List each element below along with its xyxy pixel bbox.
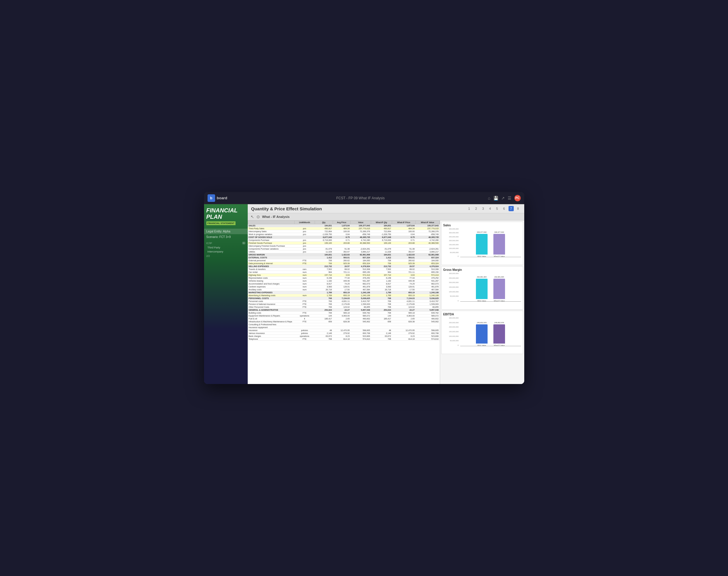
bar-group-1-1: 262,981,904What IF Value	[494, 276, 505, 302]
top-bar: b board FCST - FP 09 What IF Analysis ⌂ …	[204, 192, 524, 204]
page-header: Quantity & Price Effect Simulation 1 2 3…	[248, 204, 524, 213]
table-row: Consulting & Professional fees	[248, 323, 440, 326]
table-row: Finished Goods Purchasepcs199,100203.884…	[248, 242, 440, 244]
table-row: Insurancepolicies4812,470.95598,6054812,…	[248, 329, 440, 332]
table-row: GENERAL & ADMINISTRATIVE254,02422.275,65…	[248, 309, 440, 312]
table-row: External personnelFTE706260.62184,000706…	[248, 259, 440, 262]
table-row: Advertising & Marketing costsnum1,789693…	[248, 294, 440, 297]
page-num-6[interactable]: 6	[502, 206, 507, 211]
table-row: Highway feesnum157,7103.63572,413157,710…	[248, 274, 440, 277]
table-row: GROSS MARGIN184,8311,422.8362,981,908184…	[248, 253, 440, 256]
sidebar-count: 2/2	[204, 254, 248, 258]
chart-title-2: EBITDA	[443, 313, 521, 316]
table-row: Third-Party Salespcs490,917484.34237,770…	[248, 227, 440, 230]
sidebar-item-scenario[interactable]: Scenario: FCT 3+9	[204, 234, 248, 240]
col-header-uom: UoM/Month	[294, 221, 315, 224]
col-header-whatif-qty: What-IF Qty	[371, 221, 392, 224]
chart-bars-0: 309,377,632BDG Value309,377,632What IF V…	[460, 228, 521, 257]
sidebar-nav: Legal Entity: Alpha Scenario: FCT 3+9 IC…	[204, 229, 248, 258]
bar-group-2-0: 245,832,976BDG Value	[476, 322, 487, 346]
chart-bars-1: 262,981,904BDG Value262,981,904What IF V…	[460, 272, 521, 302]
sidebar-item-legal-entity[interactable]: Legal Entity: Alpha	[204, 229, 248, 234]
col-header-value: Value	[351, 221, 371, 224]
bar-group-1-0: 262,981,904BDG Value	[476, 276, 487, 302]
two-col-layout: UoM/Month Qty Avg Price Value What-IF Qt…	[248, 221, 524, 384]
table-row: Work in progress variationpcs-1,028,7500…	[248, 233, 440, 236]
bar-group-0-0: 309,377,632BDG Value	[476, 231, 487, 257]
chart-yaxis-1: 300,000,000250,000,000200,000,000150,000…	[443, 272, 459, 302]
table-row: Equipment Maintenance & Repairsoperation…	[248, 314, 440, 317]
user-avatar[interactable]: PC	[514, 195, 521, 201]
chart-yaxis-0: 350,000,000300,000,000250,000,000200,000…	[443, 228, 459, 257]
table-row: TelephoneFTE706814.18574,810706814.18574…	[248, 338, 440, 341]
charts-area: Sales350,000,000300,000,000250,000,00020…	[440, 221, 524, 384]
sidebar-item-third-party[interactable]: Third Party	[204, 246, 248, 250]
chart-yaxis-2: 300,000,000250,000,000200,000,000150,000…	[443, 317, 459, 346]
table-row: Car rentalnum964721.11695,150964721.1169…	[248, 271, 440, 274]
sidebar-label-scenario: Scenario: FCT 3+9	[206, 235, 231, 238]
table-row: Personnel costsFTE7064,831.113,410,76770…	[248, 300, 440, 303]
col-header-label	[248, 221, 294, 224]
chart-bars-2: 245,832,976BDG Value245,832,976What IF V…	[460, 317, 521, 346]
page-num-4[interactable]: 4	[487, 206, 493, 211]
table-row: EXTERNAL COSTS1,412593.01837,3241,412593…	[248, 256, 440, 259]
home-icon[interactable]: ⌂	[488, 196, 490, 200]
page-title: Quantity & Price Effect Simulation	[251, 206, 322, 211]
table-row: PERSONNEL COSTS7067,134.035,036,6257067,…	[248, 297, 440, 300]
table-row: Fuel & oillt185,4172.65490,602185,4172.6…	[248, 317, 440, 320]
share-icon[interactable]: ↗	[501, 196, 505, 200]
bar-0-0	[476, 234, 487, 255]
bar-group-2-1: 245,832,976What IF Value	[494, 322, 505, 346]
table-row: COST OF GOODS SOLD6,877,0496.7546,395,73…	[248, 236, 440, 239]
bar-1-0	[476, 279, 487, 299]
table-row: Insurance equipment	[248, 326, 440, 329]
save-icon[interactable]: 💾	[494, 196, 498, 200]
col-header-avgprice: Avg Price	[333, 221, 351, 224]
brand-subtitle: FINANCIAL STATEMENT	[206, 221, 236, 225]
chart-container-0: 350,000,000300,000,000250,000,000200,000…	[443, 228, 521, 263]
analysis-header: ↖ ⊙ What - IF Analysis	[248, 213, 524, 221]
settings-icon[interactable]: ⊙	[256, 214, 260, 219]
table-row: Various insurancepolicies2,146279.92600,…	[248, 332, 440, 335]
cursor-icon: ↖	[251, 214, 254, 219]
app-name: board	[217, 196, 227, 200]
page-num-1[interactable]: 1	[467, 206, 472, 211]
table-area[interactable]: UoM/Month Qty Avg Price Value What-IF Qt…	[248, 221, 440, 384]
logo-letter: b	[210, 196, 213, 200]
table-row: SALES184,8311,673.84109,377,643184,8311,…	[248, 224, 440, 227]
data-table: UoM/Month Qty Avg Price Value What-IF Qt…	[248, 221, 440, 341]
sidebar-section-icip: IC/IP 1	[204, 241, 248, 246]
table-row: Components Purchase variationspcs-51,079…	[248, 248, 440, 251]
chart-block-1: Gross Margin300,000,000250,000,000200,00…	[441, 266, 523, 310]
table-row: Intercompany Finished Goods Purchasepcs	[248, 244, 440, 248]
main-layout: FINANCIALPLAN FINANCIAL STATEMENT Legal …	[204, 204, 524, 384]
table-row: Intercompany Salespcs722,664100.0072,266…	[248, 230, 440, 233]
table-row: Vehicles leasingnum1,182449.46531,2671,1…	[248, 280, 440, 283]
chart-container-1: 300,000,000250,000,000200,000,000150,000…	[443, 272, 521, 308]
brand-title: FINANCIALPLAN	[206, 207, 245, 220]
sidebar-item-intercompany[interactable]: Intercompany	[204, 250, 248, 254]
table-row: Building costsFTE706906.18639,762706906.…	[248, 312, 440, 314]
chart-title-1: Gross Margin	[443, 268, 521, 271]
page-num-2[interactable]: 2	[474, 206, 479, 211]
page-num-3[interactable]: 3	[481, 206, 486, 211]
top-icons: ⌂ 💾 ↗ ☰ PC	[488, 195, 521, 201]
table-row: Other Personnel CostsFTE706123.0286,8557…	[248, 306, 440, 309]
analysis-title: What - IF Analysis	[262, 215, 290, 219]
table-row: Infrastructure & Machinery Maintenance &…	[248, 320, 440, 323]
bar-2-1	[494, 324, 505, 344]
page-num-8[interactable]: 8	[515, 206, 521, 211]
page-num-5[interactable]: 5	[495, 206, 500, 211]
bar-1-1	[494, 279, 505, 299]
table-row: SELLING EXPENSES212,73220.574,376,924212…	[248, 265, 440, 268]
table-row: Accommodation and food chargesnum8,91774…	[248, 283, 440, 285]
content-area: Quantity & Price Effect Simulation 1 2 3…	[248, 204, 524, 384]
table-row: Pension & National insuranceFTE7062,179.…	[248, 303, 440, 306]
table-row: Bank chargesoperations63,6728.23523,8066…	[248, 335, 440, 338]
page-nav: 1 2 3 4 5 6 7 8	[467, 206, 521, 211]
table-row: Canteen expensesnum3,583128.91461,8783,5…	[248, 285, 440, 288]
page-num-7[interactable]: 7	[508, 206, 514, 211]
menu-icon[interactable]: ☰	[508, 196, 511, 200]
chart-title-0: Sales	[443, 224, 521, 227]
table-row: Representation costsnum6,15877.34476,252…	[248, 277, 440, 280]
